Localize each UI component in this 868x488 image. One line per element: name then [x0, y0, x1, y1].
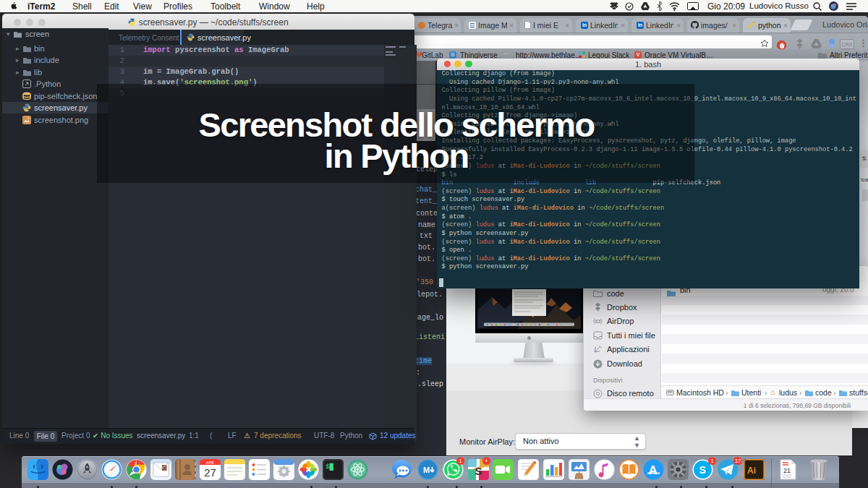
svg-text:S: S: [699, 464, 705, 476]
svg-text:Ai: Ai: [747, 466, 756, 476]
svg-text:A: A: [648, 463, 657, 477]
svg-text:M: M: [423, 466, 430, 474]
svg-text:27: 27: [204, 466, 216, 479]
svg-text:21: 21: [783, 467, 791, 474]
svg-text:APR: APR: [206, 461, 214, 465]
svg-text:$█: $█: [326, 463, 333, 471]
svg-text:S: S: [475, 465, 482, 477]
